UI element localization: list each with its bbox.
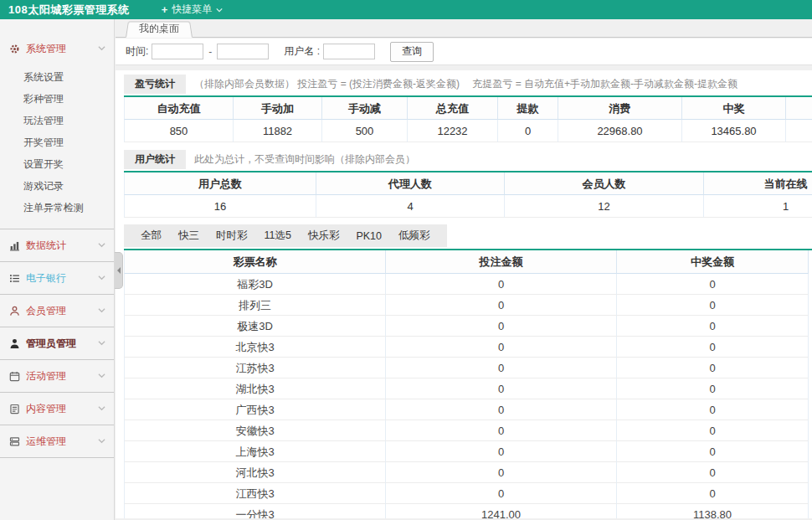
chevron-down-icon xyxy=(216,7,223,13)
username-label: 用户名 : xyxy=(284,44,320,59)
sidebar-item-activity-management[interactable]: 活动管理 xyxy=(0,360,114,392)
sidebar-item-label: 会员管理 xyxy=(26,304,66,318)
profit-table-header-row: 自动充值手动加手动减总充值提款消费中奖 xyxy=(124,97,812,120)
user-icon xyxy=(9,306,20,317)
sidebar-section-stats: 数据统计 xyxy=(0,229,114,262)
profit-value-cell: 850 xyxy=(124,120,234,142)
lottery-win-amount-cell: 0 xyxy=(617,337,809,358)
lottery-table-row: 江西快3 0 0 xyxy=(124,483,809,504)
sidebar-section-ops: 运维管理 xyxy=(0,425,114,458)
sidebar: 系统管理 系统设置彩种管理玩法管理开奖管理设置开奖游戏记录注单异常检测 数据统计… xyxy=(0,19,115,520)
user-value-cell: 4 xyxy=(316,195,505,218)
lottery-table-row: 江苏快3 0 0 xyxy=(124,358,809,378)
profit-header-cell: 提款 xyxy=(498,97,558,120)
app-title: 108太阳城彩票管理系统 xyxy=(0,3,130,18)
quick-menu-button[interactable]: + 快捷菜单 xyxy=(162,3,224,17)
list-icon xyxy=(9,273,20,284)
profit-header-cell: 手动加 xyxy=(234,97,322,120)
lottery-bet-amount-cell: 0 xyxy=(386,462,617,483)
profit-section-note: （排除内部会员数据） 投注盈亏 = (投注消费金额-返奖金额) 充提盈亏 = 自… xyxy=(194,77,737,91)
lottery-tab[interactable]: 低频彩 xyxy=(390,228,439,244)
sidebar-item-data-statistics[interactable]: 数据统计 xyxy=(0,229,114,261)
sidebar-item-content-management[interactable]: 内容管理 xyxy=(0,393,114,425)
sidebar-item-ops-management[interactable]: 运维管理 xyxy=(0,425,114,457)
user-section-header: 用户统计 此处为总计，不受查询时间影响（排除内部会员） xyxy=(124,151,812,167)
lottery-bet-amount-cell: 0 xyxy=(386,441,617,462)
sidebar-item-e-bank[interactable]: 电子银行 xyxy=(0,262,114,294)
sidebar-section-admins: 管理员管理 xyxy=(0,327,114,360)
user-table-clip: 用户总数代理人数会员人数当前在线 164121 xyxy=(124,171,812,218)
server-icon xyxy=(9,436,20,447)
search-button[interactable]: 查询 xyxy=(390,42,434,62)
sidebar-section-content: 内容管理 xyxy=(0,393,114,425)
profit-section-title: 盈亏统计 xyxy=(124,75,186,94)
lottery-tab[interactable]: 时时彩 xyxy=(208,228,256,244)
user-value-cell: 1 xyxy=(704,195,812,218)
user-section-title: 用户统计 xyxy=(124,150,186,169)
sidebar-item-label: 数据统计 xyxy=(26,239,66,253)
profit-table-clip: 自动充值手动加手动减总充值提款消费中奖 85011882500122320229… xyxy=(124,95,812,142)
profit-value-cell: 11882 xyxy=(234,120,322,142)
username-input[interactable] xyxy=(323,44,375,59)
sidebar-subitem[interactable]: 设置开奖 xyxy=(23,153,114,175)
lottery-name-cell: 河北快3 xyxy=(124,462,386,483)
lottery-bet-amount-cell: 0 xyxy=(386,295,617,316)
lottery-win-amount-cell: 0 xyxy=(617,420,809,441)
lottery-bet-amount-cell: 0 xyxy=(386,399,617,420)
lottery-bet-amount-cell: 0 xyxy=(386,378,617,399)
lottery-win-amount-cell: 1138.80 xyxy=(617,504,809,518)
user-header-cell: 用户总数 xyxy=(124,172,316,195)
chevron-down-icon xyxy=(98,239,105,251)
sidebar-submenu-system: 系统设置彩种管理玩法管理开奖管理设置开奖游戏记录注单异常检测 xyxy=(0,64,114,229)
lottery-tab[interactable]: PK10 xyxy=(347,229,390,243)
chevron-down-icon xyxy=(98,305,105,317)
lottery-tab[interactable]: 全部 xyxy=(132,228,170,244)
sidebar-section-activities: 活动管理 xyxy=(0,360,114,393)
sidebar-section-members: 会员管理 xyxy=(0,295,114,327)
time-start-input[interactable] xyxy=(152,44,203,59)
profit-section-header: 盈亏统计 （排除内部会员数据） 投注盈亏 = (投注消费金额-返奖金额) 充提盈… xyxy=(124,75,812,92)
sidebar-item-admin-management[interactable]: 管理员管理 xyxy=(0,327,114,359)
calendar-icon xyxy=(9,371,20,382)
top-bar: 108太阳城彩票管理系统 + 快捷菜单 xyxy=(0,0,812,19)
lottery-name-cell: 上海快3 xyxy=(124,441,386,462)
sidebar-subitem[interactable]: 玩法管理 xyxy=(23,110,114,131)
lottery-tab[interactable]: 快乐彩 xyxy=(300,228,348,244)
sidebar-item-member-management[interactable]: 会员管理 xyxy=(0,295,114,327)
profit-table: 自动充值手动加手动减总充值提款消费中奖 85011882500122320229… xyxy=(124,95,812,142)
lottery-win-amount-cell: 0 xyxy=(617,274,809,295)
lottery-win-amount-cell: 0 xyxy=(617,441,809,462)
sidebar-item-system-management[interactable]: 系统管理 xyxy=(0,33,114,64)
profit-value-filler-cell xyxy=(786,120,812,142)
sidebar-subitem[interactable]: 游戏记录 xyxy=(23,175,114,197)
chevron-down-icon xyxy=(98,272,105,284)
lottery-table-row: 广西快3 0 0 xyxy=(124,399,809,420)
lottery-name-cell: 江苏快3 xyxy=(124,358,386,378)
profit-header-filler-cell xyxy=(786,97,812,120)
lottery-table-row: 上海快3 0 0 xyxy=(124,441,809,462)
lottery-header-cell: 彩票名称 xyxy=(124,250,386,274)
profit-value-cell: 0 xyxy=(498,120,558,142)
lottery-header-cell: 中奖金额 xyxy=(617,250,809,274)
workspace-tabstrip: 我的桌面 xyxy=(116,19,812,38)
lottery-tab[interactable]: 快三 xyxy=(170,228,208,244)
time-end-input[interactable] xyxy=(217,44,269,59)
lottery-win-amount-cell: 0 xyxy=(617,378,809,399)
user-header-cell: 会员人数 xyxy=(505,172,704,195)
sidebar-section-system: 系统管理 系统设置彩种管理玩法管理开奖管理设置开奖游戏记录注单异常检测 xyxy=(0,33,114,229)
sidebar-section-ebank: 电子银行 xyxy=(0,262,114,295)
sidebar-subitem[interactable]: 彩种管理 xyxy=(23,88,114,110)
sidebar-subitem[interactable]: 开奖管理 xyxy=(23,131,114,153)
profit-table-value-row: 8501188250012232022968.8013465.80 xyxy=(124,120,812,142)
sidebar-collapse-handle[interactable] xyxy=(115,252,123,289)
user-header-cell: 代理人数 xyxy=(316,172,505,195)
lottery-name-cell: 江西快3 xyxy=(124,483,386,504)
quick-menu-label: 快捷菜单 xyxy=(172,3,212,17)
sidebar-subitem[interactable]: 系统设置 xyxy=(23,66,114,88)
lottery-tab[interactable]: 11选5 xyxy=(256,228,300,244)
chevron-down-icon xyxy=(98,43,105,54)
sidebar-subitem[interactable]: 注单异常检测 xyxy=(23,197,114,219)
user-table-header-row: 用户总数代理人数会员人数当前在线 xyxy=(124,172,812,195)
bar-chart-icon xyxy=(9,240,20,251)
tab-my-desktop[interactable]: 我的桌面 xyxy=(126,20,193,38)
